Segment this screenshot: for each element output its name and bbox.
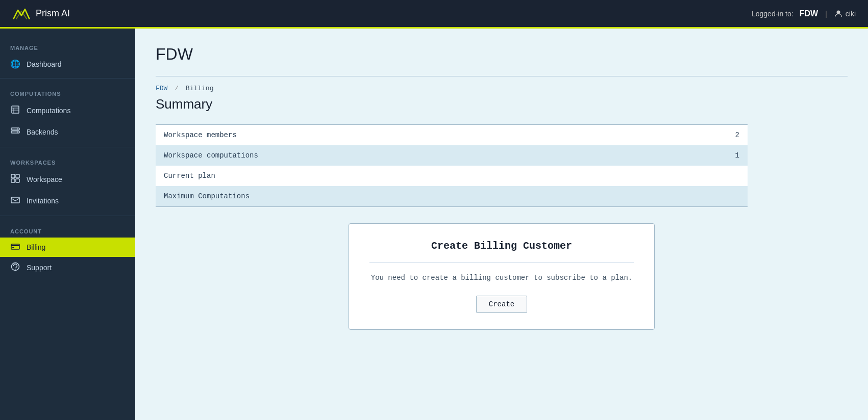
svg-point-7 — [17, 128, 18, 129]
svg-rect-10 — [16, 174, 19, 178]
create-button[interactable]: Create — [476, 296, 527, 313]
logo-icon — [12, 7, 31, 21]
sidebar-item-billing[interactable]: Billing — [0, 238, 135, 257]
svg-rect-13 — [11, 197, 19, 203]
user-icon — [834, 10, 842, 18]
workspace-icon — [10, 174, 20, 185]
sidebar-section-account: ACCOUNT — [0, 220, 135, 238]
support-icon — [10, 262, 20, 273]
invitations-icon — [10, 195, 20, 206]
table-cell-value — [655, 166, 748, 186]
sidebar-label-billing: Billing — [27, 243, 45, 251]
sidebar-divider-3 — [0, 216, 135, 216]
page-title: FDW — [156, 45, 848, 64]
sidebar: MANAGE 🌐 Dashboard COMPUTATIONS Computat… — [0, 29, 135, 420]
computations-icon — [10, 105, 20, 116]
billing-card-title: Create Billing Customer — [369, 240, 634, 252]
svg-rect-11 — [11, 179, 15, 182]
sidebar-item-backends[interactable]: Backends — [0, 121, 135, 143]
svg-rect-1 — [12, 106, 19, 113]
sidebar-label-computations: Computations — [27, 107, 70, 115]
sidebar-item-dashboard[interactable]: 🌐 Dashboard — [0, 54, 135, 74]
table-cell-value: 2 — [655, 125, 748, 146]
billing-card-description: You need to create a billing customer to… — [369, 273, 634, 283]
sidebar-item-workspace[interactable]: Workspace — [0, 169, 135, 190]
table-row: Workspace computations 1 — [156, 145, 748, 166]
header-right: Logged-in to: FDW | ciki — [752, 9, 856, 18]
sidebar-label-backends: Backends — [27, 128, 58, 136]
logo-area: Prism AI — [12, 7, 70, 21]
sidebar-section-workspaces: WORKSPACES — [0, 151, 135, 169]
header-divider: | — [825, 10, 827, 18]
breadcrumb-fdw[interactable]: FDW — [156, 85, 167, 92]
sidebar-label-dashboard: Dashboard — [27, 60, 62, 68]
svg-rect-14 — [11, 244, 19, 249]
sidebar-divider-2 — [0, 147, 135, 147]
sidebar-item-computations[interactable]: Computations — [0, 100, 135, 121]
sidebar-item-invitations[interactable]: Invitations — [0, 190, 135, 212]
table-row: Workspace members 2 — [156, 125, 748, 146]
header-username: ciki — [846, 10, 856, 18]
sidebar-label-invitations: Invitations — [27, 197, 59, 205]
svg-rect-12 — [16, 179, 19, 182]
logged-in-label: Logged-in to: — [752, 10, 793, 18]
table-cell-value: 1 — [655, 145, 748, 166]
billing-icon — [10, 243, 20, 252]
header-org: FDW — [800, 9, 818, 18]
app-name: Prism AI — [36, 8, 70, 19]
sidebar-section-computations: COMPUTATIONS — [0, 83, 135, 100]
summary-table: Workspace members 2 Workspace computatio… — [156, 124, 748, 207]
billing-card: Create Billing Customer You need to crea… — [349, 223, 655, 330]
main-content: FDW FDW / Billing Summary Workspace memb… — [135, 29, 868, 420]
breadcrumb-sep: / — [175, 85, 183, 92]
table-cell-label: Workspace members — [156, 125, 655, 146]
svg-rect-9 — [11, 174, 15, 178]
sidebar-label-support: Support — [27, 264, 52, 272]
svg-rect-16 — [12, 247, 14, 248]
page-separator — [156, 76, 848, 76]
layout: MANAGE 🌐 Dashboard COMPUTATIONS Computat… — [0, 29, 868, 420]
table-row: Current plan — [156, 166, 748, 186]
breadcrumb: FDW / Billing — [156, 85, 848, 92]
billing-card-separator — [369, 262, 634, 262]
dashboard-icon: 🌐 — [10, 59, 20, 69]
section-title: Summary — [156, 96, 848, 112]
top-header: Prism AI Logged-in to: FDW | ciki — [0, 0, 868, 29]
sidebar-divider-1 — [0, 78, 135, 78]
svg-point-18 — [15, 269, 16, 270]
breadcrumb-billing: Billing — [186, 85, 214, 92]
sidebar-item-support[interactable]: Support — [0, 257, 135, 278]
table-cell-label: Current plan — [156, 166, 655, 186]
svg-point-8 — [17, 132, 18, 133]
header-user: ciki — [834, 10, 856, 18]
table-cell-label: Maximum Computations — [156, 186, 655, 207]
table-row: Maximum Computations — [156, 186, 748, 207]
table-cell-label: Workspace computations — [156, 145, 655, 166]
backends-icon — [10, 126, 20, 138]
sidebar-section-manage: MANAGE — [0, 37, 135, 54]
svg-point-0 — [836, 10, 840, 14]
table-cell-value — [655, 186, 748, 207]
sidebar-label-workspace: Workspace — [27, 175, 62, 183]
